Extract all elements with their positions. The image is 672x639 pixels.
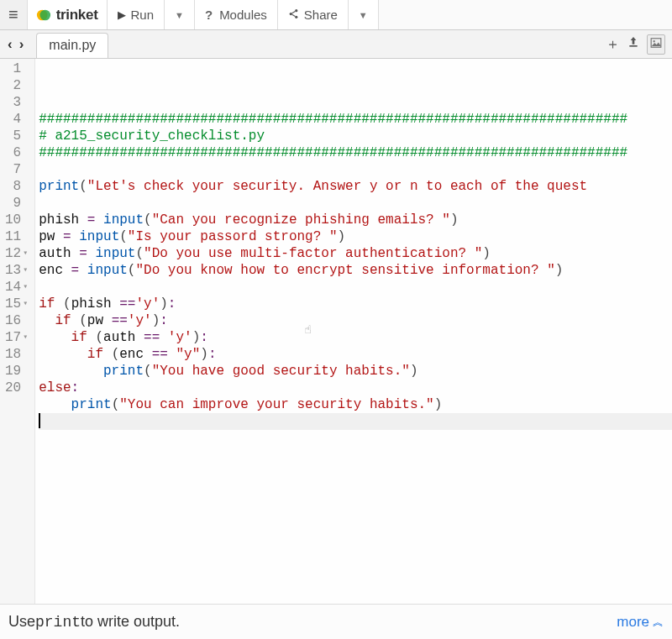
gutter-line: 9 (5, 195, 28, 212)
gutter-line: 11 (5, 228, 28, 245)
tab-next-button[interactable]: › (17, 34, 27, 55)
gutter-line: 18 (5, 346, 28, 363)
footer-hint: Use print to write output. more ︽ (0, 604, 672, 639)
play-icon: ▶ (118, 8, 126, 21)
file-tab-label: main.py (49, 38, 96, 52)
trinket-logo-icon (36, 8, 51, 23)
logo[interactable]: trinket (28, 0, 108, 29)
image-button[interactable] (647, 34, 665, 55)
svg-point-3 (295, 9, 297, 12)
gutter-line: 10 (5, 212, 28, 228)
code-line[interactable]: ########################################… (39, 111, 672, 128)
line-gutter: 123456789101112▾13▾14▾15▾1617▾181920 (0, 59, 35, 604)
code-line[interactable]: if (auth == 'y'): (39, 329, 672, 346)
code-line[interactable]: if (pw =='y'): (39, 312, 672, 329)
code-line[interactable]: # a215_security_checklist.py (39, 128, 672, 144)
svg-rect-7 (629, 45, 637, 47)
gutter-line: 8 (5, 178, 28, 195)
modules-label: Modules (219, 8, 267, 22)
tab-bar: ‹ › main.py ＋ (0, 30, 672, 59)
svg-line-5 (291, 12, 295, 13)
code-line[interactable]: else: (39, 380, 672, 396)
code-line[interactable] (39, 413, 672, 430)
code-line[interactable]: ########################################… (39, 144, 672, 161)
share-icon (288, 8, 299, 22)
gutter-line: 3 (5, 94, 28, 111)
gutter-line: 20 (5, 380, 28, 396)
gutter-line: 17▾ (5, 329, 28, 346)
top-toolbar: ≡ trinket ▶ Run ▼ ? Modules Share ▼ (0, 0, 672, 30)
code-line[interactable]: if (phish =='y'): (39, 296, 672, 312)
code-line[interactable]: if (enc == "y"): (39, 346, 672, 363)
tab-nav: ‹ › (0, 34, 31, 55)
gutter-line: 14▾ (5, 279, 28, 296)
tab-prev-button[interactable]: ‹ (5, 34, 15, 55)
svg-point-9 (654, 40, 655, 42)
menu-button[interactable]: ≡ (0, 0, 28, 29)
hint-prefix: Use (8, 613, 35, 631)
gutter-line: 5 (5, 128, 28, 144)
share-label: Share (304, 8, 338, 22)
modules-button[interactable]: ? Modules (195, 0, 278, 29)
gutter-line: 7 (5, 161, 28, 178)
svg-line-6 (291, 14, 295, 16)
caret-down-icon: ▼ (175, 10, 184, 20)
gutter-line: 13▾ (5, 262, 28, 279)
code-line[interactable]: print("You can improve your security hab… (39, 396, 672, 413)
gutter-line: 2 (5, 77, 28, 94)
code-line[interactable]: phish = input("Can you recognize phishin… (39, 212, 672, 228)
run-dropdown-button[interactable]: ▼ (165, 0, 195, 29)
question-icon: ? (205, 8, 213, 22)
code-line[interactable]: auth = input("Do you use multi-factor au… (39, 245, 672, 262)
code-line[interactable]: pw = input("Is your passord strong? ") (39, 228, 672, 245)
run-button[interactable]: ▶ Run (108, 0, 165, 29)
tab-actions: ＋ (606, 34, 672, 55)
gutter-line: 12▾ (5, 245, 28, 262)
text-cursor (39, 413, 40, 428)
code-line[interactable]: print("Let's check your security. Answer… (39, 178, 672, 195)
hint-code: print (35, 614, 81, 631)
more-label: more (617, 614, 649, 631)
hamburger-icon: ≡ (8, 5, 18, 24)
file-tab[interactable]: main.py (36, 33, 108, 58)
gutter-line: 16 (5, 312, 28, 329)
share-dropdown-button[interactable]: ▼ (349, 0, 379, 29)
more-link[interactable]: more ︽ (617, 614, 664, 631)
code-line[interactable] (39, 161, 672, 178)
svg-point-4 (295, 16, 297, 18)
code-line[interactable] (39, 279, 672, 296)
hint-suffix: to write output. (81, 613, 180, 631)
run-label: Run (131, 8, 155, 22)
code-line[interactable]: print("You have good security habits.") (39, 363, 672, 380)
gutter-line: 6 (5, 144, 28, 161)
code-editor[interactable]: 123456789101112▾13▾14▾15▾1617▾181920 ☝ #… (0, 59, 672, 604)
upload-button[interactable] (627, 35, 640, 53)
gutter-line: 19 (5, 363, 28, 380)
code-line[interactable] (39, 430, 672, 447)
gutter-line: 4 (5, 111, 28, 128)
code-line[interactable] (39, 195, 672, 212)
caret-down-icon: ▼ (359, 10, 368, 20)
add-file-button[interactable]: ＋ (606, 34, 620, 54)
code-line[interactable]: enc = input("Do you know how to encrypt … (39, 262, 672, 279)
gutter-line: 1 (5, 60, 28, 77)
svg-point-2 (289, 13, 291, 15)
code-area[interactable]: ☝ ######################################… (35, 59, 672, 604)
chevron-up-icon: ︽ (653, 615, 664, 630)
gutter-line: 15▾ (5, 296, 28, 312)
svg-point-1 (39, 9, 50, 20)
logo-text: trinket (56, 7, 98, 24)
share-button[interactable]: Share (278, 0, 349, 29)
